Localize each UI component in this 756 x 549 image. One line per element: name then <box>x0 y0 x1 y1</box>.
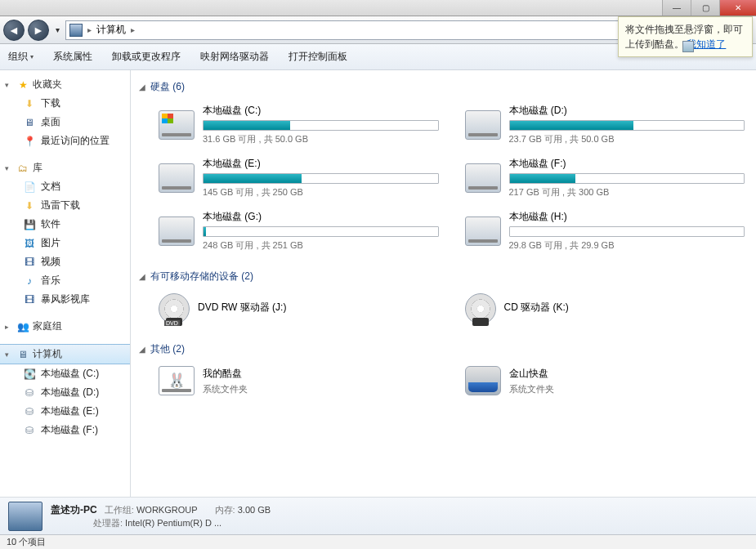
library-icon: 🗂 <box>16 162 29 175</box>
breadcrumb[interactable]: 计算机 <box>96 23 126 37</box>
sidebar-header-homegroup[interactable]: ▸ 👥 家庭组 <box>0 317 130 336</box>
usage-bar <box>203 173 439 184</box>
removable-grid: DVD RW 驱动器 (J:) CD 驱动器 (K:) <box>139 290 748 328</box>
uninstall-programs-button[interactable]: 卸载或更改程序 <box>112 50 181 64</box>
navigation-sidebar: ▾ ★ 收藏夹 ⬇下载 🖥桌面 📍最近访问的位置 ▾ 🗂 库 📄文档 ⬇迅雷下载… <box>0 70 131 497</box>
chevron-down-icon: ▾ <box>5 81 13 89</box>
usage-bar <box>203 226 439 237</box>
chevron-down-icon: ◢ <box>139 345 145 354</box>
sidebar-item-desktop[interactable]: 🖥桌面 <box>0 113 130 132</box>
music-icon: ♪ <box>23 274 36 288</box>
removable-drive-item[interactable]: CD 驱动器 (K:) <box>462 290 749 328</box>
window-titlebar: — ▢ ✕ <box>0 0 756 16</box>
other-item[interactable]: 金山快盘 系统文件夹 <box>462 363 749 399</box>
drive-item[interactable]: 本地磁盘 (C:) 31.6 GB 可用 , 共 50.0 GB <box>155 100 442 149</box>
usage-bar <box>509 173 745 184</box>
disk-icon: ⛁ <box>23 405 36 418</box>
item-label: 我的酷盘 <box>203 367 439 381</box>
drive-icon <box>159 110 195 140</box>
pictures-icon: 🖼 <box>23 237 36 250</box>
download-icon: ⬇ <box>23 199 36 212</box>
sidebar-item-xunlei[interactable]: ⬇迅雷下载 <box>0 196 130 215</box>
map-network-drive-button[interactable]: 映射网络驱动器 <box>200 50 269 64</box>
sidebar-item-disk-c[interactable]: 💽本地磁盘 (C:) <box>0 364 130 383</box>
drive-stats: 29.8 GB 可用 , 共 29.9 GB <box>509 239 745 252</box>
other-item[interactable]: 🐰 我的酷盘 系统文件夹 <box>155 363 442 399</box>
computer-name: 盖述功-PC <box>51 504 97 516</box>
drive-label: 本地磁盘 (C:) <box>203 104 439 118</box>
sidebar-item-software[interactable]: 💾软件 <box>0 215 130 234</box>
sidebar-item-recent[interactable]: 📍最近访问的位置 <box>0 132 130 150</box>
history-dropdown[interactable]: ▾ <box>52 25 62 36</box>
sidebar-item-videos[interactable]: 🎞视频 <box>0 252 130 271</box>
sidebar-header-computer[interactable]: ▾ 🖥 计算机 <box>0 344 130 364</box>
drive-item[interactable]: 本地磁盘 (D:) 23.7 GB 可用 , 共 50.0 GB <box>462 100 749 149</box>
sidebar-item-documents[interactable]: 📄文档 <box>0 177 130 196</box>
sidebar-item-disk-e[interactable]: ⛁本地磁盘 (E:) <box>0 402 130 421</box>
chevron-right-icon: ▸ <box>5 323 13 331</box>
details-text: 盖述功-PC 工作组: WORKGROUP 内存: 3.00 GB 处理器: I… <box>51 503 285 529</box>
other-grid: 🐰 我的酷盘 系统文件夹 金山快盘 系统文件夹 <box>139 363 748 399</box>
usage-bar <box>509 120 745 131</box>
removable-drive-item[interactable]: DVD RW 驱动器 (J:) <box>155 290 442 328</box>
usage-bar <box>203 120 439 131</box>
drive-item[interactable]: 本地磁盘 (G:) 248 GB 可用 , 共 251 GB <box>155 207 442 255</box>
open-control-panel-button[interactable]: 打开控制面板 <box>289 50 347 64</box>
section-header-removable[interactable]: ◢ 有可移动存储的设备 (2) <box>139 266 748 290</box>
desktop-icon: 🖥 <box>23 116 36 129</box>
video-icon: 🎞 <box>23 256 36 269</box>
minimize-button[interactable]: — <box>662 0 691 16</box>
organize-menu[interactable]: 组织▾ <box>8 50 34 64</box>
drive-item[interactable]: 本地磁盘 (E:) 145 GB 可用 , 共 250 GB <box>155 154 442 202</box>
drive-stats: 217 GB 可用 , 共 300 GB <box>509 186 745 199</box>
sidebar-label: 家庭组 <box>33 319 62 333</box>
sidebar-header-favorites[interactable]: ▾ ★ 收藏夹 <box>0 75 130 94</box>
sidebar-item-music[interactable]: ♪音乐 <box>0 271 130 290</box>
drive-icon <box>465 163 501 193</box>
chevron-down-icon: ▾ <box>30 53 34 60</box>
usage-bar <box>509 226 745 237</box>
drive-label: DVD RW 驱动器 (J:) <box>198 301 439 315</box>
sidebar-item-baofeng[interactable]: 🎞暴风影视库 <box>0 290 130 309</box>
computer-large-icon <box>8 502 42 531</box>
item-subtitle: 系统文件夹 <box>203 383 439 395</box>
chevron-down-icon: ◢ <box>139 83 145 92</box>
close-button[interactable]: ✕ <box>719 0 756 16</box>
sidebar-item-disk-f[interactable]: ⛁本地磁盘 (F:) <box>0 421 130 440</box>
chevron-right-icon[interactable]: ▸ <box>131 25 135 34</box>
drive-label: 本地磁盘 (G:) <box>203 210 439 224</box>
video-icon: 🎞 <box>23 293 36 306</box>
sidebar-item-pictures[interactable]: 🖼图片 <box>0 234 130 252</box>
item-label: 金山快盘 <box>509 367 745 381</box>
kuaipan-icon <box>465 366 501 395</box>
forward-button[interactable]: ► <box>28 20 49 41</box>
sidebar-item-disk-d[interactable]: ⛁本地磁盘 (D:) <box>0 383 130 402</box>
disk-icon: ⛁ <box>23 386 36 399</box>
drive-icon <box>159 163 195 193</box>
computer-icon: 🖥 <box>16 348 29 361</box>
sidebar-group-favorites: ▾ ★ 收藏夹 ⬇下载 🖥桌面 📍最近访问的位置 <box>0 75 130 150</box>
sidebar-item-downloads[interactable]: ⬇下载 <box>0 94 130 113</box>
maximize-button[interactable]: ▢ <box>691 0 719 16</box>
download-icon: ⬇ <box>23 97 36 110</box>
section-header-other[interactable]: ◢ 其他 (2) <box>139 339 748 363</box>
sidebar-label: 收藏夹 <box>33 78 62 92</box>
section-header-hdd[interactable]: ◢ 硬盘 (6) <box>139 77 748 100</box>
optical-drive-icon <box>465 293 496 324</box>
drive-stats: 248 GB 可用 , 共 251 GB <box>203 239 439 252</box>
back-button[interactable]: ◄ <box>3 20 25 41</box>
content-pane: ◢ 硬盘 (6) 本地磁盘 (C:) 31.6 GB 可用 , 共 50.0 G… <box>131 70 756 497</box>
disk-icon: 💽 <box>23 368 36 381</box>
kanbox-icon: 🐰 <box>159 366 195 395</box>
system-properties-button[interactable]: 系统属性 <box>53 50 92 64</box>
drive-item[interactable]: 本地磁盘 (H:) 29.8 GB 可用 , 共 29.9 GB <box>462 207 749 255</box>
sidebar-header-libraries[interactable]: ▾ 🗂 库 <box>0 158 130 177</box>
sidebar-group-libraries: ▾ 🗂 库 📄文档 ⬇迅雷下载 💾软件 🖼图片 🎞视频 ♪音乐 🎞暴风影视库 <box>0 158 130 309</box>
drive-label: CD 驱动器 (K:) <box>504 301 745 315</box>
disk-icon: ⛁ <box>23 424 36 437</box>
chevron-down-icon: ▾ <box>5 350 13 359</box>
main-area: ▾ ★ 收藏夹 ⬇下载 🖥桌面 📍最近访问的位置 ▾ 🗂 库 📄文档 ⬇迅雷下载… <box>0 70 756 497</box>
drive-item[interactable]: 本地磁盘 (F:) 217 GB 可用 , 共 300 GB <box>462 154 749 202</box>
drive-icon <box>465 110 501 140</box>
drive-icon <box>465 216 501 246</box>
